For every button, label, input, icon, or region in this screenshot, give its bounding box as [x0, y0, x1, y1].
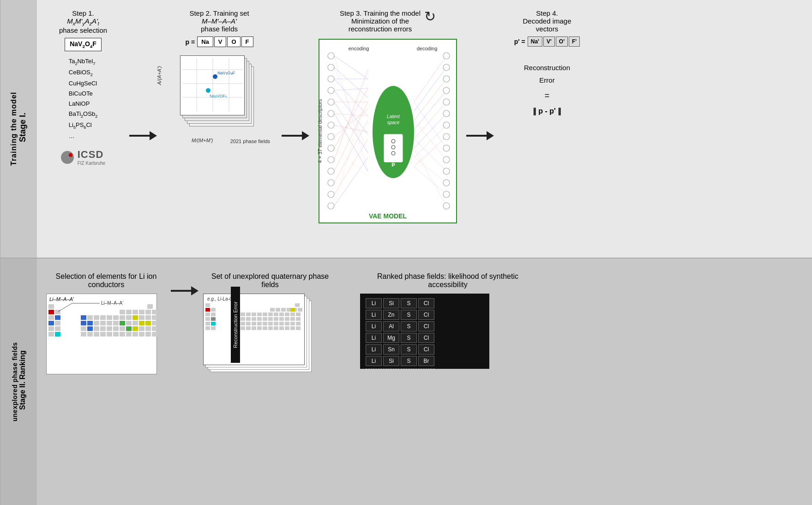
pcell-f: F'	[569, 36, 580, 47]
svg-point-13	[328, 133, 334, 140]
phase-fields-count: 2021 phase fields	[230, 138, 270, 144]
svg-point-15	[328, 156, 334, 163]
svg-point-70	[443, 168, 450, 174]
rcell: Al	[383, 321, 399, 331]
svg-rect-120	[120, 326, 125, 331]
svg-rect-124	[145, 326, 151, 331]
svg-rect-135	[126, 332, 132, 337]
neural-network-svg: Latent space p̃ encoding decoding	[322, 42, 456, 222]
rcell: Li	[366, 321, 382, 331]
ranked-row-4: Li Mg S Cl	[366, 333, 484, 343]
svg-line-59	[414, 148, 446, 206]
li2	[205, 308, 210, 312]
svg-rect-77	[55, 310, 60, 314]
pt2-row2	[205, 308, 302, 312]
svg-rect-163	[274, 313, 278, 316]
svg-rect-130	[94, 332, 99, 337]
step1-col: Step 1. MxM'yAzA't phase selection NaV2O…	[39, 5, 127, 253]
svg-rect-193	[285, 322, 289, 325]
arrow-right-icon	[129, 131, 157, 140]
compound-item: BiCuOTe	[69, 89, 97, 99]
compound-item: BaTi2OSb2	[69, 109, 97, 120]
stage2-step3-title: Ranked phase fields: likelihood of synth…	[360, 272, 535, 289]
svg-point-63	[443, 87, 450, 94]
rcell: Cl	[418, 298, 434, 308]
ranked-rows: Li Si S Cl Li Zn S Cl Li	[366, 298, 484, 369]
svg-rect-95	[139, 315, 144, 320]
svg-rect-74	[48, 304, 54, 309]
la-element	[211, 317, 216, 321]
svg-rect-201	[252, 326, 256, 330]
p-tilde-label: p̃	[391, 161, 395, 167]
li-m-a-a-label: Li–M–A–A'	[49, 296, 74, 302]
svg-rect-84	[48, 315, 54, 320]
pf-grid-svg: NaV₂O₄F Na₂VOF₅	[180, 56, 245, 116]
svg-rect-89	[100, 315, 106, 320]
svg-rect-162	[268, 313, 273, 316]
vae-label: VAE MODEL	[369, 212, 407, 220]
svg-text:Li–M–A–A': Li–M–A–A'	[101, 301, 123, 306]
vector-p-label: p =	[186, 38, 195, 46]
svg-rect-173	[252, 317, 256, 321]
svg-rect-87	[87, 315, 93, 320]
pcell-na: Na'	[528, 36, 542, 47]
ranked-row-1: Li Si S Cl	[366, 298, 484, 308]
stage-ii-label: unexplored phase fields Stage II. Rankin…	[0, 259, 37, 505]
svg-rect-125	[152, 326, 157, 331]
p-prime-label: p' =	[514, 38, 525, 45]
step3-col: Step 3. Training the model Minimization …	[312, 5, 464, 253]
stage-i-label-line1: Stage I.	[18, 113, 28, 142]
svg-rect-176	[268, 317, 273, 321]
stage-ii: unexplored phase fields Stage II. Rankin…	[0, 259, 812, 505]
svg-rect-137	[139, 332, 144, 337]
svg-point-61	[443, 64, 450, 71]
rcell: S	[401, 298, 417, 308]
svg-point-7	[328, 64, 334, 71]
svg-rect-118	[107, 326, 112, 331]
svg-rect-82	[145, 310, 151, 314]
svg-line-31	[334, 120, 368, 183]
icsd-logo: ICSD FIZ Karlsruhe	[61, 149, 106, 166]
svg-rect-81	[139, 310, 144, 314]
svg-rect-204	[268, 326, 273, 330]
stage-i: Training the model Stage I. Step 1. MxM'…	[0, 0, 812, 259]
svg-rect-206	[279, 326, 284, 330]
svg-line-25	[334, 114, 368, 171]
svg-rect-128	[81, 332, 86, 337]
svg-rect-167	[296, 313, 301, 316]
stage-i-content: Step 1. MxM'yAzA't phase selection NaV2O…	[37, 0, 812, 258]
step2-title: Step 2. Training set M–M'–A–A' phase fie…	[189, 9, 249, 33]
svg-rect-199	[241, 326, 245, 330]
svg-line-26	[334, 125, 368, 132]
svg-line-49	[414, 90, 446, 130]
svg-rect-112	[48, 326, 54, 331]
icsd-dot-icon	[69, 153, 72, 157]
svg-point-19	[328, 203, 334, 209]
svg-rect-126	[48, 332, 54, 337]
pcells: Na' V' O' F'	[528, 36, 580, 47]
svg-rect-192	[279, 322, 284, 325]
svg-line-57	[414, 157, 446, 183]
compound-item: LaNiOP	[69, 99, 97, 109]
svg-rect-83	[152, 310, 157, 314]
icsd-sub: FIZ Karlsruhe	[78, 161, 106, 166]
svg-rect-171	[241, 317, 245, 321]
latent-space-label: Latent	[387, 114, 400, 119]
dot-line	[418, 368, 434, 369]
svg-line-55	[414, 120, 446, 160]
svg-rect-123	[139, 326, 144, 331]
svg-point-68	[443, 145, 450, 151]
rcell: Zn	[383, 310, 399, 320]
svg-rect-196	[205, 326, 210, 330]
m-element-1	[55, 315, 60, 320]
cyan-element	[55, 332, 60, 337]
svg-point-62	[443, 76, 450, 82]
svg-line-50	[414, 102, 446, 139]
a-element-3	[145, 321, 151, 325]
rcell: Sn	[383, 344, 399, 355]
svg-rect-138	[145, 332, 151, 337]
svg-line-47	[414, 67, 446, 111]
svg-rect-139	[152, 332, 157, 337]
m-element-4	[81, 321, 86, 325]
svg-rect-174	[257, 317, 262, 321]
